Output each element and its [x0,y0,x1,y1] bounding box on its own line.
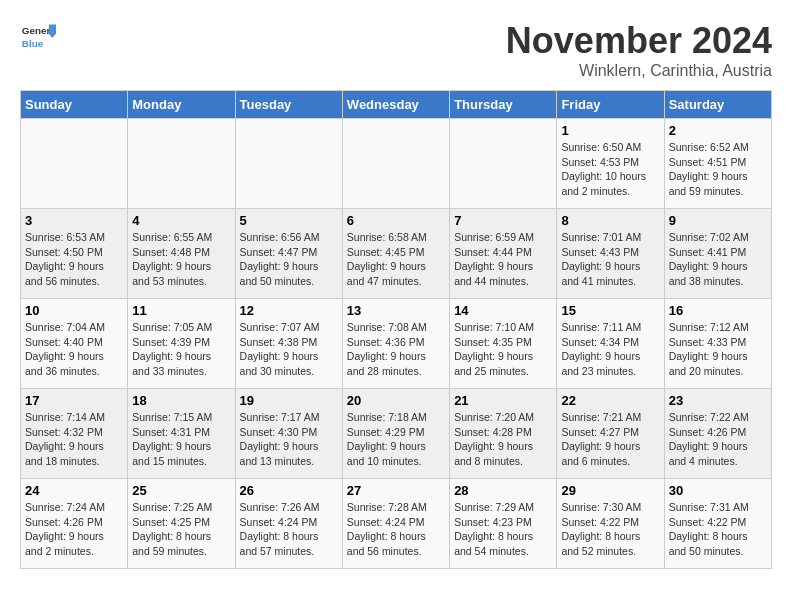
calendar-cell [128,119,235,209]
calendar-cell: 12Sunrise: 7:07 AM Sunset: 4:38 PM Dayli… [235,299,342,389]
weekday-header-row: SundayMondayTuesdayWednesdayThursdayFrid… [21,91,772,119]
day-number: 5 [240,213,338,228]
location-title: Winklern, Carinthia, Austria [506,62,772,80]
day-number: 28 [454,483,552,498]
calendar-cell: 30Sunrise: 7:31 AM Sunset: 4:22 PM Dayli… [664,479,771,569]
calendar-cell: 15Sunrise: 7:11 AM Sunset: 4:34 PM Dayli… [557,299,664,389]
day-info: Sunrise: 6:55 AM Sunset: 4:48 PM Dayligh… [132,230,230,289]
day-number: 7 [454,213,552,228]
calendar-cell: 2Sunrise: 6:52 AM Sunset: 4:51 PM Daylig… [664,119,771,209]
calendar-cell: 7Sunrise: 6:59 AM Sunset: 4:44 PM Daylig… [450,209,557,299]
day-number: 14 [454,303,552,318]
day-number: 10 [25,303,123,318]
calendar-cell: 17Sunrise: 7:14 AM Sunset: 4:32 PM Dayli… [21,389,128,479]
calendar-cell: 6Sunrise: 6:58 AM Sunset: 4:45 PM Daylig… [342,209,449,299]
calendar-cell [342,119,449,209]
day-number: 27 [347,483,445,498]
calendar-cell: 26Sunrise: 7:26 AM Sunset: 4:24 PM Dayli… [235,479,342,569]
calendar-cell: 29Sunrise: 7:30 AM Sunset: 4:22 PM Dayli… [557,479,664,569]
day-info: Sunrise: 7:31 AM Sunset: 4:22 PM Dayligh… [669,500,767,559]
weekday-header-wednesday: Wednesday [342,91,449,119]
day-info: Sunrise: 7:28 AM Sunset: 4:24 PM Dayligh… [347,500,445,559]
day-info: Sunrise: 7:25 AM Sunset: 4:25 PM Dayligh… [132,500,230,559]
day-number: 13 [347,303,445,318]
calendar-cell: 22Sunrise: 7:21 AM Sunset: 4:27 PM Dayli… [557,389,664,479]
day-number: 15 [561,303,659,318]
day-number: 17 [25,393,123,408]
day-info: Sunrise: 6:52 AM Sunset: 4:51 PM Dayligh… [669,140,767,199]
day-number: 1 [561,123,659,138]
calendar-cell: 18Sunrise: 7:15 AM Sunset: 4:31 PM Dayli… [128,389,235,479]
day-number: 25 [132,483,230,498]
calendar-cell: 5Sunrise: 6:56 AM Sunset: 4:47 PM Daylig… [235,209,342,299]
weekday-header-monday: Monday [128,91,235,119]
calendar-cell: 3Sunrise: 6:53 AM Sunset: 4:50 PM Daylig… [21,209,128,299]
calendar-cell [21,119,128,209]
day-number: 22 [561,393,659,408]
calendar-cell: 4Sunrise: 6:55 AM Sunset: 4:48 PM Daylig… [128,209,235,299]
calendar-cell [450,119,557,209]
day-info: Sunrise: 7:04 AM Sunset: 4:40 PM Dayligh… [25,320,123,379]
day-number: 2 [669,123,767,138]
day-info: Sunrise: 7:10 AM Sunset: 4:35 PM Dayligh… [454,320,552,379]
title-area: November 2024 Winklern, Carinthia, Austr… [506,20,772,80]
day-info: Sunrise: 7:12 AM Sunset: 4:33 PM Dayligh… [669,320,767,379]
calendar-cell: 1Sunrise: 6:50 AM Sunset: 4:53 PM Daylig… [557,119,664,209]
calendar-cell: 13Sunrise: 7:08 AM Sunset: 4:36 PM Dayli… [342,299,449,389]
svg-text:Blue: Blue [22,38,44,49]
day-number: 20 [347,393,445,408]
day-number: 4 [132,213,230,228]
day-info: Sunrise: 7:14 AM Sunset: 4:32 PM Dayligh… [25,410,123,469]
calendar-cell: 14Sunrise: 7:10 AM Sunset: 4:35 PM Dayli… [450,299,557,389]
day-info: Sunrise: 7:17 AM Sunset: 4:30 PM Dayligh… [240,410,338,469]
day-number: 8 [561,213,659,228]
calendar-week-5: 24Sunrise: 7:24 AM Sunset: 4:26 PM Dayli… [21,479,772,569]
day-number: 21 [454,393,552,408]
day-info: Sunrise: 7:07 AM Sunset: 4:38 PM Dayligh… [240,320,338,379]
day-number: 23 [669,393,767,408]
calendar-cell: 25Sunrise: 7:25 AM Sunset: 4:25 PM Dayli… [128,479,235,569]
day-info: Sunrise: 7:26 AM Sunset: 4:24 PM Dayligh… [240,500,338,559]
day-number: 6 [347,213,445,228]
day-info: Sunrise: 7:18 AM Sunset: 4:29 PM Dayligh… [347,410,445,469]
calendar-week-4: 17Sunrise: 7:14 AM Sunset: 4:32 PM Dayli… [21,389,772,479]
day-info: Sunrise: 7:11 AM Sunset: 4:34 PM Dayligh… [561,320,659,379]
day-number: 11 [132,303,230,318]
day-number: 3 [25,213,123,228]
day-number: 9 [669,213,767,228]
day-number: 16 [669,303,767,318]
day-info: Sunrise: 7:05 AM Sunset: 4:39 PM Dayligh… [132,320,230,379]
day-info: Sunrise: 7:21 AM Sunset: 4:27 PM Dayligh… [561,410,659,469]
day-info: Sunrise: 7:20 AM Sunset: 4:28 PM Dayligh… [454,410,552,469]
weekday-header-sunday: Sunday [21,91,128,119]
day-info: Sunrise: 6:59 AM Sunset: 4:44 PM Dayligh… [454,230,552,289]
calendar-week-2: 3Sunrise: 6:53 AM Sunset: 4:50 PM Daylig… [21,209,772,299]
calendar-cell: 20Sunrise: 7:18 AM Sunset: 4:29 PM Dayli… [342,389,449,479]
calendar-cell: 27Sunrise: 7:28 AM Sunset: 4:24 PM Dayli… [342,479,449,569]
day-info: Sunrise: 6:50 AM Sunset: 4:53 PM Dayligh… [561,140,659,199]
day-info: Sunrise: 7:15 AM Sunset: 4:31 PM Dayligh… [132,410,230,469]
day-number: 12 [240,303,338,318]
calendar-cell: 16Sunrise: 7:12 AM Sunset: 4:33 PM Dayli… [664,299,771,389]
calendar-cell: 8Sunrise: 7:01 AM Sunset: 4:43 PM Daylig… [557,209,664,299]
header: General Blue November 2024 Winklern, Car… [20,20,772,80]
calendar-table: SundayMondayTuesdayWednesdayThursdayFrid… [20,90,772,569]
calendar-week-1: 1Sunrise: 6:50 AM Sunset: 4:53 PM Daylig… [21,119,772,209]
day-info: Sunrise: 6:56 AM Sunset: 4:47 PM Dayligh… [240,230,338,289]
day-info: Sunrise: 6:58 AM Sunset: 4:45 PM Dayligh… [347,230,445,289]
calendar-cell [235,119,342,209]
calendar-cell: 9Sunrise: 7:02 AM Sunset: 4:41 PM Daylig… [664,209,771,299]
day-info: Sunrise: 7:30 AM Sunset: 4:22 PM Dayligh… [561,500,659,559]
day-info: Sunrise: 7:22 AM Sunset: 4:26 PM Dayligh… [669,410,767,469]
day-info: Sunrise: 7:24 AM Sunset: 4:26 PM Dayligh… [25,500,123,559]
day-number: 30 [669,483,767,498]
day-number: 19 [240,393,338,408]
day-number: 29 [561,483,659,498]
day-info: Sunrise: 7:02 AM Sunset: 4:41 PM Dayligh… [669,230,767,289]
day-info: Sunrise: 7:01 AM Sunset: 4:43 PM Dayligh… [561,230,659,289]
day-number: 24 [25,483,123,498]
logo: General Blue [20,20,56,56]
calendar-cell: 11Sunrise: 7:05 AM Sunset: 4:39 PM Dayli… [128,299,235,389]
calendar-cell: 19Sunrise: 7:17 AM Sunset: 4:30 PM Dayli… [235,389,342,479]
calendar-cell: 24Sunrise: 7:24 AM Sunset: 4:26 PM Dayli… [21,479,128,569]
